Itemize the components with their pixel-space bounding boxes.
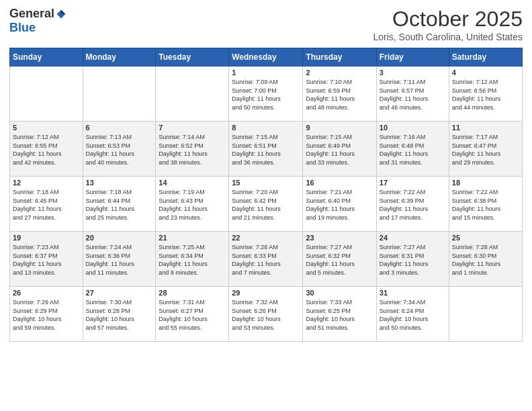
day-number: 15 [232, 179, 300, 187]
day-number: 21 [159, 234, 226, 242]
calendar-cell: 11Sunrise: 7:17 AM Sunset: 6:47 PM Dayli… [449, 122, 522, 177]
day-number: 12 [13, 179, 80, 187]
day-number: 20 [86, 234, 153, 242]
day-number: 23 [306, 234, 373, 242]
day-info: Sunrise: 7:21 AM Sunset: 6:40 PM Dayligh… [306, 188, 373, 222]
calendar-cell: 28Sunrise: 7:31 AM Sunset: 6:27 PM Dayli… [156, 287, 229, 342]
calendar-cell: 17Sunrise: 7:22 AM Sunset: 6:39 PM Dayli… [376, 177, 449, 232]
weekday-header-thursday: Thursday [303, 48, 376, 66]
day-info: Sunrise: 7:26 AM Sunset: 6:33 PM Dayligh… [232, 243, 300, 277]
day-number: 29 [232, 289, 300, 297]
calendar-cell: 21Sunrise: 7:25 AM Sunset: 6:34 PM Dayli… [156, 232, 229, 287]
day-info: Sunrise: 7:29 AM Sunset: 6:29 PM Dayligh… [13, 298, 80, 332]
calendar-cell: 5Sunrise: 7:12 AM Sunset: 6:55 PM Daylig… [10, 122, 83, 177]
weekday-header-saturday: Saturday [449, 48, 522, 66]
day-number: 26 [13, 289, 80, 297]
day-number: 10 [380, 124, 446, 132]
calendar-week-1: 1Sunrise: 7:09 AM Sunset: 7:00 PM Daylig… [10, 66, 523, 122]
day-number: 16 [306, 179, 373, 187]
svg-marker-1 [61, 9, 65, 13]
day-info: Sunrise: 7:32 AM Sunset: 6:26 PM Dayligh… [232, 298, 300, 332]
day-number: 11 [452, 124, 519, 132]
day-info: Sunrise: 7:10 AM Sunset: 6:59 PM Dayligh… [306, 78, 373, 111]
day-info: Sunrise: 7:09 AM Sunset: 7:00 PM Dayligh… [232, 78, 300, 111]
calendar-cell: 6Sunrise: 7:13 AM Sunset: 6:53 PM Daylig… [83, 122, 156, 177]
calendar-cell: 8Sunrise: 7:15 AM Sunset: 6:51 PM Daylig… [229, 122, 303, 177]
day-number: 5 [13, 124, 80, 132]
calendar-cell: 20Sunrise: 7:24 AM Sunset: 6:36 PM Dayli… [83, 232, 156, 287]
day-number: 31 [380, 289, 446, 297]
day-number: 6 [86, 124, 153, 132]
day-number: 13 [86, 179, 153, 187]
day-info: Sunrise: 7:14 AM Sunset: 6:52 PM Dayligh… [159, 133, 226, 167]
day-info: Sunrise: 7:15 AM Sunset: 6:49 PM Dayligh… [306, 133, 373, 167]
calendar-cell: 23Sunrise: 7:27 AM Sunset: 6:32 PM Dayli… [303, 232, 376, 287]
day-number: 25 [452, 234, 519, 242]
day-info: Sunrise: 7:24 AM Sunset: 6:36 PM Dayligh… [86, 243, 153, 277]
calendar-cell [83, 66, 156, 122]
day-number: 2 [306, 68, 373, 77]
day-number: 7 [159, 124, 226, 132]
calendar-cell: 12Sunrise: 7:18 AM Sunset: 6:45 PM Dayli… [10, 177, 83, 232]
calendar-cell: 2Sunrise: 7:10 AM Sunset: 6:59 PM Daylig… [303, 66, 376, 122]
calendar-cell: 27Sunrise: 7:30 AM Sunset: 6:28 PM Dayli… [83, 287, 156, 342]
day-number: 27 [86, 289, 153, 297]
calendar-cell: 9Sunrise: 7:15 AM Sunset: 6:49 PM Daylig… [303, 122, 376, 177]
calendar-week-4: 19Sunrise: 7:23 AM Sunset: 6:37 PM Dayli… [10, 232, 523, 287]
day-number: 22 [232, 234, 300, 242]
day-info: Sunrise: 7:22 AM Sunset: 6:38 PM Dayligh… [452, 188, 519, 222]
logo-blue: Blue [9, 21, 36, 35]
weekday-header-friday: Friday [376, 48, 449, 66]
calendar-cell: 7Sunrise: 7:14 AM Sunset: 6:52 PM Daylig… [156, 122, 229, 177]
day-info: Sunrise: 7:27 AM Sunset: 6:31 PM Dayligh… [380, 243, 446, 277]
day-number: 4 [452, 68, 519, 77]
logo-general: General [9, 7, 54, 21]
calendar-cell: 14Sunrise: 7:19 AM Sunset: 6:43 PM Dayli… [156, 177, 229, 232]
calendar-cell: 4Sunrise: 7:12 AM Sunset: 6:56 PM Daylig… [449, 66, 522, 122]
day-number: 19 [13, 234, 80, 242]
day-info: Sunrise: 7:28 AM Sunset: 6:30 PM Dayligh… [452, 243, 519, 277]
day-info: Sunrise: 7:30 AM Sunset: 6:28 PM Dayligh… [86, 298, 153, 332]
day-info: Sunrise: 7:18 AM Sunset: 6:45 PM Dayligh… [13, 188, 80, 222]
day-info: Sunrise: 7:34 AM Sunset: 6:24 PM Dayligh… [380, 298, 446, 332]
day-info: Sunrise: 7:12 AM Sunset: 6:55 PM Dayligh… [13, 133, 80, 167]
day-number: 3 [380, 68, 446, 77]
weekday-header-tuesday: Tuesday [156, 48, 229, 66]
calendar-cell: 30Sunrise: 7:33 AM Sunset: 6:25 PM Dayli… [303, 287, 376, 342]
location: Loris, South Carolina, United States [373, 32, 523, 42]
day-number: 8 [232, 124, 300, 132]
day-info: Sunrise: 7:12 AM Sunset: 6:56 PM Dayligh… [452, 78, 519, 111]
calendar-cell [449, 287, 522, 342]
day-info: Sunrise: 7:13 AM Sunset: 6:53 PM Dayligh… [86, 133, 153, 167]
day-info: Sunrise: 7:18 AM Sunset: 6:44 PM Dayligh… [86, 188, 153, 222]
title-block: October 2025 Loris, South Carolina, Unit… [373, 7, 523, 42]
day-number: 17 [380, 179, 446, 187]
logo-icon [56, 9, 66, 19]
day-info: Sunrise: 7:31 AM Sunset: 6:27 PM Dayligh… [159, 298, 226, 332]
day-number: 28 [159, 289, 226, 297]
calendar-cell: 31Sunrise: 7:34 AM Sunset: 6:24 PM Dayli… [376, 287, 449, 342]
weekday-header-sunday: Sunday [10, 48, 83, 66]
calendar-cell: 3Sunrise: 7:11 AM Sunset: 6:57 PM Daylig… [376, 66, 449, 122]
day-info: Sunrise: 7:16 AM Sunset: 6:48 PM Dayligh… [380, 133, 446, 167]
calendar-cell: 15Sunrise: 7:20 AM Sunset: 6:42 PM Dayli… [229, 177, 303, 232]
day-info: Sunrise: 7:22 AM Sunset: 6:39 PM Dayligh… [380, 188, 446, 222]
day-info: Sunrise: 7:23 AM Sunset: 6:37 PM Dayligh… [13, 243, 80, 277]
calendar-cell: 29Sunrise: 7:32 AM Sunset: 6:26 PM Dayli… [229, 287, 303, 342]
day-info: Sunrise: 7:20 AM Sunset: 6:42 PM Dayligh… [232, 188, 300, 222]
day-info: Sunrise: 7:17 AM Sunset: 6:47 PM Dayligh… [452, 133, 519, 167]
calendar-cell: 26Sunrise: 7:29 AM Sunset: 6:29 PM Dayli… [10, 287, 83, 342]
calendar-week-5: 26Sunrise: 7:29 AM Sunset: 6:29 PM Dayli… [10, 287, 523, 342]
day-number: 24 [380, 234, 446, 242]
calendar-cell: 16Sunrise: 7:21 AM Sunset: 6:40 PM Dayli… [303, 177, 376, 232]
month-title: October 2025 [373, 7, 523, 32]
day-number: 30 [306, 289, 373, 297]
day-number: 9 [306, 124, 373, 132]
calendar-cell: 13Sunrise: 7:18 AM Sunset: 6:44 PM Dayli… [83, 177, 156, 232]
logo: General Blue [9, 7, 66, 35]
day-info: Sunrise: 7:33 AM Sunset: 6:25 PM Dayligh… [306, 298, 373, 332]
weekday-header-wednesday: Wednesday [229, 48, 303, 66]
calendar-cell: 25Sunrise: 7:28 AM Sunset: 6:30 PM Dayli… [449, 232, 522, 287]
day-number: 1 [232, 68, 300, 77]
calendar-cell: 24Sunrise: 7:27 AM Sunset: 6:31 PM Dayli… [376, 232, 449, 287]
